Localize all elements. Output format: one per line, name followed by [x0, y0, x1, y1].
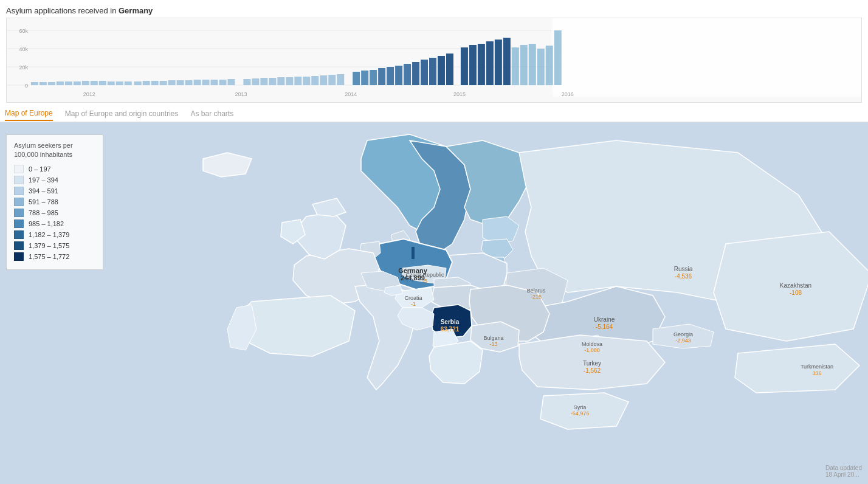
svg-text:2012: 2012: [83, 91, 95, 97]
svg-rect-53: [387, 67, 394, 85]
svg-rect-32: [219, 80, 227, 85]
svg-rect-28: [185, 80, 193, 85]
nav-tabs: Map of Europe Map of Europe and origin c…: [0, 105, 868, 122]
svg-rect-46: [337, 74, 344, 85]
svg-rect-24: [151, 81, 159, 85]
svg-rect-19: [116, 81, 123, 85]
tab-map-europe[interactable]: Map of Europe: [5, 106, 53, 121]
svg-rect-59: [438, 56, 445, 85]
europe-map-svg: Czech Republic -5 Germany 244,899 Serbia…: [0, 122, 868, 484]
svg-rect-51: [370, 70, 377, 85]
svg-rect-17: [99, 81, 106, 85]
legend-title: Asylum seekers per100,000 inhabitants: [14, 141, 95, 160]
legend-label-0: 0 – 197: [29, 165, 51, 173]
svg-text:-1: -1: [411, 301, 416, 307]
chart-country: Germany: [119, 6, 153, 15]
svg-rect-11: [48, 82, 55, 85]
svg-rect-33: [227, 79, 235, 85]
svg-text:Belarus: Belarus: [527, 288, 546, 294]
svg-text:2013: 2013: [235, 91, 247, 97]
legend-swatch-7: [14, 241, 24, 250]
svg-rect-35: [243, 79, 250, 85]
legend-swatch-5: [14, 220, 24, 228]
svg-rect-18: [108, 81, 115, 85]
svg-rect-42: [303, 77, 310, 85]
svg-rect-58: [429, 58, 436, 85]
svg-text:Serbia: Serbia: [441, 319, 460, 325]
legend-item-3: 591 – 788: [14, 198, 95, 206]
svg-rect-62: [461, 47, 468, 85]
svg-text:-2,943: -2,943: [675, 337, 691, 344]
svg-text:2014: 2014: [345, 91, 357, 97]
svg-rect-73: [554, 30, 562, 85]
svg-text:60k: 60k: [19, 28, 28, 34]
svg-text:-5,164: -5,164: [596, 323, 613, 330]
svg-rect-55: [404, 64, 411, 85]
svg-text:40k: 40k: [19, 46, 28, 52]
svg-rect-57: [421, 60, 428, 85]
svg-text:Ukraine: Ukraine: [594, 316, 615, 323]
svg-rect-64: [478, 44, 485, 85]
svg-rect-9: [31, 82, 38, 85]
svg-text:Croatia: Croatia: [404, 295, 422, 301]
legend-label-5: 985 – 1,182: [29, 220, 64, 227]
tab-map-europe-origin[interactable]: Map of Europe and origin countries: [65, 107, 179, 120]
svg-text:2015: 2015: [453, 91, 466, 97]
svg-rect-29: [194, 80, 201, 85]
svg-rect-15: [82, 81, 89, 85]
legend-swatch-3: [14, 198, 24, 206]
bar-chart-svg: 60k 40k 20k 0 2: [7, 18, 861, 103]
legend-item-0: 0 – 197: [14, 165, 95, 173]
svg-text:Germany: Germany: [398, 267, 428, 274]
svg-rect-39: [277, 77, 284, 85]
svg-rect-30: [202, 80, 210, 85]
legend-item-2: 394 – 591: [14, 187, 95, 195]
svg-rect-56: [412, 62, 419, 85]
svg-rect-13: [65, 81, 72, 85]
svg-rect-63: [469, 45, 477, 85]
svg-text:336: 336: [812, 370, 821, 376]
legend-swatch-8: [14, 252, 24, 261]
svg-text:Georgia: Georgia: [673, 331, 693, 337]
svg-text:20k: 20k: [19, 64, 28, 71]
svg-rect-10: [40, 82, 47, 85]
legend-swatch-2: [14, 187, 24, 195]
svg-text:Turkmenistan: Turkmenistan: [801, 364, 833, 370]
svg-rect-72: [546, 46, 553, 85]
legend-item-8: 1,575 – 1,772: [14, 252, 95, 261]
svg-rect-45: [328, 75, 336, 85]
svg-text:Russia: Russia: [674, 266, 693, 272]
svg-text:-108: -108: [790, 289, 802, 296]
svg-text:Turkey: Turkey: [583, 360, 601, 367]
legend-label-8: 1,575 – 1,772: [29, 253, 69, 260]
chart-title: Asylum applications received in Germany: [6, 6, 862, 15]
svg-rect-67: [503, 38, 511, 85]
svg-rect-49: [353, 72, 360, 85]
svg-rect-41: [294, 77, 301, 85]
svg-rect-66: [495, 40, 502, 85]
svg-rect-26: [168, 80, 176, 85]
svg-rect-38: [269, 78, 276, 85]
svg-rect-70: [529, 44, 536, 85]
data-updated: Data updated18 April 20...: [825, 465, 862, 478]
legend-item-5: 985 – 1,182: [14, 220, 95, 228]
tab-bar-charts[interactable]: As bar charts: [191, 107, 234, 120]
chart-title-text: Asylum applications received in: [6, 6, 119, 15]
legend-item-1: 197 – 394: [14, 176, 95, 184]
svg-rect-44: [320, 75, 327, 85]
svg-rect-104: [412, 247, 415, 259]
svg-text:Bulgaria: Bulgaria: [483, 335, 503, 341]
bar-chart[interactable]: 60k 40k 20k 0 2: [6, 18, 862, 103]
svg-rect-50: [361, 71, 368, 85]
legend-label-3: 591 – 788: [29, 198, 58, 206]
legend-label-4: 788 – 985: [29, 209, 58, 216]
svg-rect-27: [177, 80, 184, 85]
svg-rect-71: [537, 49, 545, 85]
legend-label-7: 1,379 – 1,575: [29, 242, 69, 249]
svg-rect-54: [395, 66, 402, 85]
svg-rect-36: [252, 78, 259, 85]
svg-text:-4,536: -4,536: [675, 273, 692, 280]
svg-rect-31: [211, 80, 218, 85]
legend-label-1: 197 – 394: [29, 176, 58, 184]
map-area: Czech Republic -5 Germany 244,899 Serbia…: [0, 122, 868, 484]
